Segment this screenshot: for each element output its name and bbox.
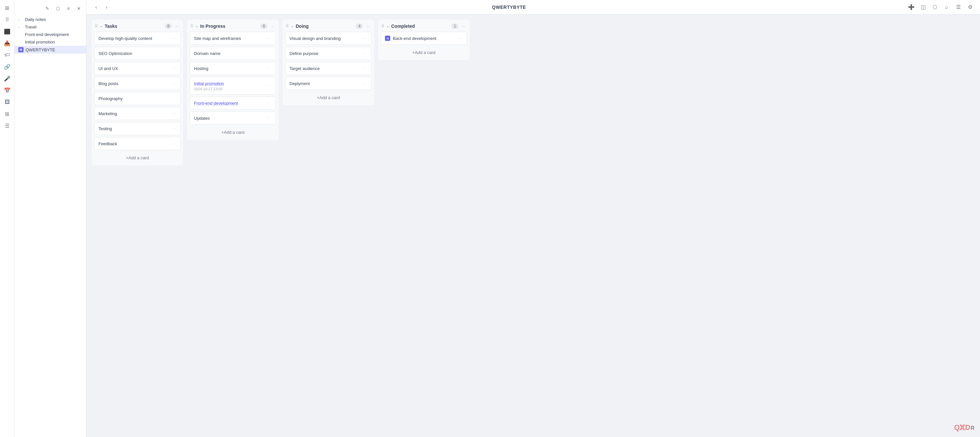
column-menu-button[interactable]: ··· — [460, 23, 466, 29]
column-menu-button[interactable]: ··· — [365, 23, 371, 29]
card-site-map-and-wireframes[interactable]: Site map and wireframes··· — [190, 32, 276, 45]
save-icon[interactable]: ⬡ — [53, 4, 62, 13]
edit-icon[interactable]: ✎ — [43, 4, 52, 13]
sidebar-item-front-end-development[interactable]: Front-end development — [14, 31, 86, 38]
card-content: Blog posts — [99, 81, 170, 86]
card-target-audience[interactable]: Target audience··· — [285, 62, 372, 75]
card-text: Back-end development — [393, 36, 457, 41]
forward-button[interactable]: › — [102, 3, 111, 12]
add-icon[interactable]: ➕ — [907, 3, 916, 12]
column-count: 8 — [165, 24, 172, 29]
add-card-button-in-progress[interactable]: +Add a card — [190, 127, 276, 137]
card-define-purpose[interactable]: Define purpose··· — [285, 47, 372, 60]
sidebar-icon-list[interactable]: ☰ — [2, 120, 13, 131]
column-doing: ⠿⌄Doing4···Visual design and branding···… — [283, 20, 374, 105]
column-collapse-icon[interactable]: ⌄ — [100, 24, 103, 28]
column-menu-button[interactable]: ··· — [174, 23, 180, 29]
column-cards-tasks: Develop high-quality content···SEO Optim… — [92, 32, 183, 150]
card-menu-button[interactable]: ··· — [361, 65, 368, 71]
card-text: Front-end development — [194, 101, 238, 106]
card-marketing[interactable]: Marketing··· — [94, 107, 181, 120]
card-front-end-development[interactable]: Front-end development··· — [190, 97, 276, 110]
card-menu-button[interactable]: ··· — [457, 35, 463, 41]
card-content: Site map and wireframes — [194, 35, 266, 41]
card-content: Visual design and branding — [290, 35, 361, 41]
card-date: 2024-10-17 13:00 — [194, 87, 266, 91]
card-menu-button[interactable]: ··· — [266, 35, 272, 41]
card-menu-button[interactable]: ··· — [361, 35, 368, 41]
add-card-button-tasks[interactable]: +Add a card — [94, 153, 181, 163]
sidebar-icon-inbox[interactable]: 📥 — [2, 38, 13, 48]
drag-handle-icon[interactable]: ⠿ — [286, 24, 289, 29]
card-initial-promotion[interactable]: Initial promotion2024-10-17 13:00··· — [190, 77, 276, 95]
card-feedback[interactable]: Feedback··· — [94, 137, 181, 150]
sidebar-icon-link[interactable]: 🔗 — [2, 62, 13, 72]
card-menu-button[interactable]: ··· — [266, 115, 272, 121]
column-title: Completed — [391, 24, 449, 29]
card-ui-and-ux[interactable]: UI and UX··· — [94, 62, 181, 75]
column-header-in-progress: ⠿⌄In Progress6··· — [187, 20, 279, 32]
sidebar-icon-mic[interactable]: 🎤 — [2, 73, 13, 84]
column-collapse-icon[interactable]: ⌄ — [291, 24, 294, 28]
drag-handle-icon[interactable]: ⠿ — [382, 24, 384, 29]
sidebar-item-initial-promotion[interactable]: Initial promotion — [14, 38, 86, 46]
header-left: ‹ › — [92, 3, 111, 12]
card-menu-button[interactable]: ··· — [170, 50, 176, 56]
card-menu-button[interactable]: ··· — [170, 126, 176, 132]
card-develop-high-quality-content[interactable]: Develop high-quality content··· — [94, 32, 181, 45]
card-menu-button[interactable]: ··· — [170, 65, 176, 71]
card-menu-button[interactable]: ··· — [361, 81, 368, 86]
card-menu-button[interactable]: ··· — [266, 65, 272, 71]
card-testing[interactable]: Testing··· — [94, 122, 181, 135]
close-icon[interactable]: ✕ — [74, 4, 83, 13]
card-text: Visual design and branding — [290, 36, 341, 41]
card-menu-button[interactable]: ··· — [266, 50, 272, 56]
card-content: ⊞Back-end development — [385, 36, 457, 41]
sidebar-icon-dots[interactable]: ⠿ — [2, 14, 13, 25]
column-menu-button[interactable]: ··· — [269, 23, 275, 29]
drag-handle-icon[interactable]: ⠿ — [190, 24, 193, 29]
layout-icon[interactable]: ◫ — [918, 3, 928, 12]
drag-handle-icon[interactable]: ⠿ — [95, 24, 98, 29]
sidebar-icon-calendar[interactable]: 📅 — [2, 85, 13, 95]
column-collapse-icon[interactable]: ⌄ — [195, 24, 198, 28]
sidebar-item-qwertybyte[interactable]: ⊞QWERTYBYTE — [14, 46, 86, 54]
card-text: Domain name — [194, 51, 221, 56]
save-header-icon[interactable]: ⬡ — [930, 3, 939, 12]
card-updates[interactable]: Updates··· — [190, 111, 276, 125]
menu-icon[interactable]: ☰ — [954, 3, 963, 12]
card-deplyment[interactable]: Deplyment··· — [285, 77, 372, 90]
card-photography[interactable]: Photography··· — [94, 92, 181, 105]
sort-icon[interactable]: ≡ — [64, 4, 73, 13]
search-icon[interactable]: ⌕ — [942, 3, 951, 12]
column-collapse-icon[interactable]: ⌄ — [386, 24, 389, 28]
card-menu-button[interactable]: ··· — [170, 95, 176, 102]
card-menu-button[interactable]: ··· — [170, 141, 176, 146]
add-card-button-doing[interactable]: +Add a card — [285, 92, 372, 103]
sidebar-icon-blocks[interactable]: ⬛ — [2, 26, 13, 37]
sidebar-icon-home[interactable]: ⊞ — [2, 3, 13, 13]
settings-icon[interactable]: ⚙ — [966, 3, 975, 12]
card-blog-posts[interactable]: Blog posts··· — [94, 77, 181, 90]
card-visual-design-and-branding[interactable]: Visual design and branding··· — [285, 32, 372, 45]
card-domain-name[interactable]: Domain name··· — [190, 47, 276, 60]
card-content: Front-end development — [194, 100, 266, 106]
card-text: Initial promotion — [194, 81, 224, 86]
card-hosting[interactable]: Hosting··· — [190, 62, 276, 75]
card-menu-button[interactable]: ··· — [361, 50, 368, 56]
sidebar-item-daily-notes[interactable]: ›Daily notes — [14, 16, 86, 23]
card-menu-button[interactable]: ··· — [266, 100, 272, 106]
card-seo-optimization[interactable]: SEO Optimization··· — [94, 47, 181, 60]
sidebar-icon-image[interactable]: 🖼 — [2, 97, 13, 107]
sidebar-icon-table[interactable]: ⊞ — [2, 109, 13, 119]
back-button[interactable]: ‹ — [92, 3, 101, 12]
card-menu-button[interactable]: ··· — [170, 111, 176, 116]
sidebar-item-label: Front-end development — [25, 32, 82, 37]
card-menu-button[interactable]: ··· — [170, 81, 176, 86]
card-menu-button[interactable]: ··· — [266, 83, 272, 89]
sidebar-icon-tag[interactable]: 🏷 — [2, 50, 13, 60]
card-back-end-development[interactable]: ⊞Back-end development··· — [381, 32, 467, 45]
add-card-button-completed[interactable]: +Add a card — [381, 48, 467, 57]
sidebar-item-travel[interactable]: ›Travel — [14, 23, 86, 31]
card-menu-button[interactable]: ··· — [170, 35, 176, 41]
